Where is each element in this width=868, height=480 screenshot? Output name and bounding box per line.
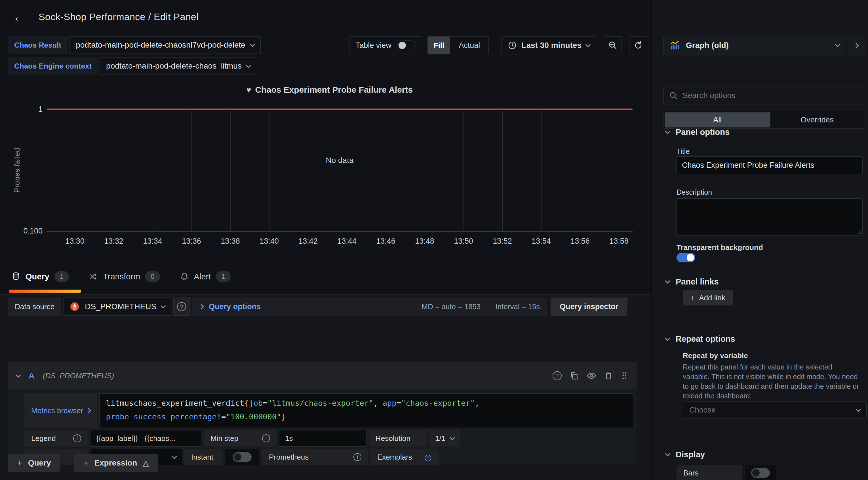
x-tick-label: 13:58 [609, 237, 628, 246]
panel-title-input[interactable] [677, 157, 863, 174]
min-step-input[interactable]: 1s [279, 430, 367, 447]
bell-icon [180, 272, 189, 281]
query-options-bar: Query options MD = auto = 1853 Interval … [192, 298, 547, 316]
datasource-label: Data source [8, 298, 61, 316]
back-arrow-icon[interactable]: ← [12, 10, 26, 24]
grafana-edit-panel: ← Sock-Shop Performance / Edit Panel ⚙ D… [0, 0, 868, 480]
visualization-row: Graph (old) [663, 36, 865, 55]
visualization-picker[interactable]: Graph (old) [663, 36, 845, 55]
info-icon: i [73, 434, 81, 442]
x-tick-label: 13:50 [454, 237, 473, 246]
metrics-browser-label: Metrics browser [31, 406, 83, 415]
query-options-toggle[interactable]: Query options [199, 302, 261, 311]
x-tick-label: 13:34 [143, 237, 162, 246]
instant-toggle[interactable] [233, 452, 252, 462]
tab-label: Transform [103, 272, 140, 281]
search-options-input[interactable]: Search options [663, 86, 865, 105]
bars-toggle-box [745, 465, 776, 480]
datasource-help-button[interactable]: ? [173, 298, 190, 316]
series-line [47, 108, 632, 110]
query-card-header[interactable]: A (DS_PROMETHEUS) ? [8, 362, 637, 389]
trash-icon[interactable] [604, 371, 613, 380]
resize-handle[interactable] [857, 230, 861, 234]
chevron-down-icon [161, 303, 166, 308]
table-view-toggle[interactable] [397, 40, 416, 50]
tab-alert[interactable]: Alert 1 [180, 271, 230, 282]
tab-overrides[interactable]: Overrides [770, 112, 864, 128]
heart-icon: ♥ [247, 85, 251, 94]
bars-option-row: Bars [677, 465, 776, 480]
add-expression-button[interactable]: + Expression △︎ [74, 454, 158, 472]
database-icon [11, 272, 21, 281]
tab-count-badge: 0 [145, 271, 160, 282]
bars-toggle[interactable] [751, 468, 770, 478]
datasource-name: DS_PROMETHEUS [85, 302, 156, 311]
repeat-options-header[interactable]: Repeat options [666, 334, 735, 344]
chevron-down-icon [450, 435, 455, 440]
description-label: Description [677, 188, 712, 196]
refresh-button[interactable] [629, 36, 647, 55]
options-filter-tabs: All Overrides [663, 111, 865, 129]
min-step-chip: Min step i [204, 430, 277, 447]
tab-query[interactable]: Query 1 [11, 271, 69, 282]
time-range-picker[interactable]: Last 30 minutes [501, 36, 596, 55]
shuffle-icon [89, 272, 98, 281]
query-inspector-button[interactable]: Query inspector [551, 298, 627, 316]
x-tick-label: 13:54 [532, 237, 551, 246]
transparent-background-toggle[interactable] [677, 253, 695, 263]
gridline [191, 111, 192, 231]
divider [652, 272, 868, 272]
query-card-a: A (DS_PROMETHEUS) ? Metrics browser [8, 362, 637, 465]
fill-actual-switch: Fill Actual [428, 36, 489, 55]
add-query-button[interactable]: + Query [8, 454, 60, 472]
variable-value-dropdown[interactable]: podtato-main-pod-delete-chaosnl7vd-pod-d… [69, 36, 261, 54]
tab-transform[interactable]: Transform 0 [89, 271, 160, 282]
plot-area[interactable]: No data [47, 109, 632, 232]
clock-icon [508, 41, 517, 50]
help-icon[interactable]: ? [553, 371, 562, 380]
instant-toggle-box [225, 449, 260, 465]
actual-option[interactable]: Actual [450, 37, 489, 54]
section-title: Display [676, 450, 705, 459]
time-range-label: Last 30 minutes [521, 41, 582, 50]
duplicate-icon[interactable] [569, 371, 579, 380]
no-data-text: No data [326, 156, 353, 165]
resolution-chip: Resolution [369, 430, 427, 447]
tab-all[interactable]: All [664, 112, 770, 128]
query-pane: Query 1 Transform 0 Alert 1 Data source [0, 263, 656, 480]
legend-input[interactable]: {{app_label}} - {{chaos... [90, 430, 202, 447]
refresh-icon [633, 40, 643, 50]
search-placeholder: Search options [682, 91, 736, 100]
datasource-picker[interactable]: DS_PROMETHEUS [64, 298, 171, 316]
add-link-button[interactable]: + Add link [683, 290, 733, 305]
chevron-right-icon [86, 408, 91, 413]
drag-handle-icon[interactable] [621, 371, 628, 380]
x-tick-label: 13:48 [415, 237, 434, 246]
prometheus-chip: Prometheus i [262, 449, 368, 465]
bars-label: Bars [677, 465, 742, 480]
variable-value-dropdown[interactable]: podtato-main-pod-delete-chaos_litmus [99, 57, 257, 75]
active-tab-underline [9, 289, 81, 293]
display-header[interactable]: Display [666, 450, 705, 459]
panel-description-textarea[interactable] [677, 198, 863, 236]
x-tick-label: 13:46 [376, 237, 396, 246]
resolution-select[interactable]: 1/1 [430, 430, 460, 447]
gridline [308, 111, 308, 231]
repeat-by-variable-description: Repeat this panel for each value in the … [683, 362, 860, 401]
panel-links-header[interactable]: Panel links [666, 277, 719, 286]
collapse-chevron-icon[interactable] [16, 372, 21, 377]
fill-option[interactable]: Fill [428, 37, 451, 54]
panel-options-header[interactable]: Panel options [666, 128, 730, 137]
zoom-out-button[interactable] [603, 36, 622, 55]
query-code[interactable]: litmuschaos_experiment_verdict{job="litm… [99, 393, 633, 428]
variable-value: podtato-main-pod-delete-chaos_litmus [106, 62, 242, 71]
eye-icon[interactable] [587, 371, 596, 381]
toggle-options-pane-button[interactable] [847, 36, 865, 55]
zoom-out-icon [608, 40, 618, 50]
graph-viz-icon [670, 40, 680, 51]
exemplars-eye-icon[interactable]: ◎ [424, 452, 432, 462]
datasource-row: Data source DS_PROMETHEUS ? Query option… [8, 298, 656, 316]
repeat-variable-select[interactable]: Choose [683, 401, 867, 419]
x-tick-label: 13:52 [493, 237, 512, 246]
metrics-browser-button[interactable]: Metrics browser [24, 393, 97, 428]
